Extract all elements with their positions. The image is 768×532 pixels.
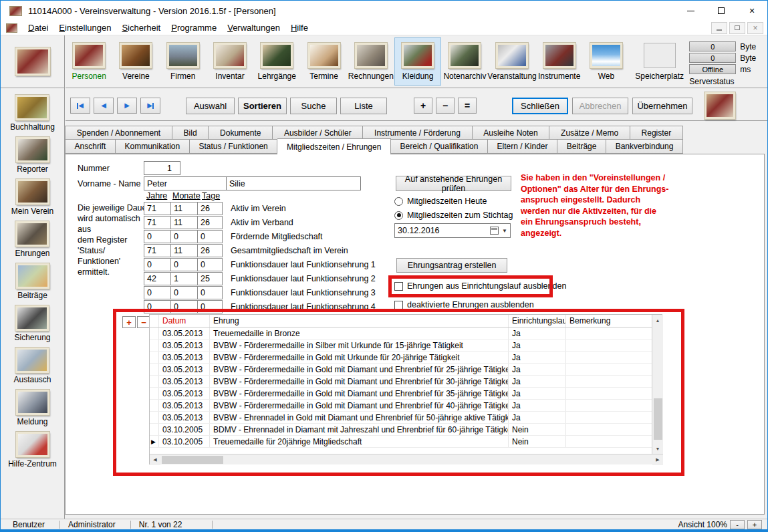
table-row[interactable]: 03.05.2013 BVBW - Förderermedaille in Go… (150, 388, 652, 400)
vertical-scroll-thumb[interactable] (654, 398, 662, 440)
col-header-einrichtungslauf[interactable]: Einrichtungslauf (509, 315, 566, 327)
sidebar-item-sicherung[interactable]: Sicherung (14, 305, 50, 342)
vertical-scrollbar[interactable]: ▲ ▼ (652, 315, 663, 454)
maximize-button[interactable] (706, 1, 737, 21)
checkbox-deaktivierte-ausblenden[interactable]: deaktivierte Ehrungen ausblenden (394, 300, 534, 309)
sidebar-item-meldung[interactable]: Meldung (16, 390, 49, 426)
menu-hilfe[interactable]: Hilfe (285, 21, 313, 35)
table-row[interactable]: 03.05.2013 BVBW - Ehrennadel in Gold mit… (150, 412, 652, 424)
sidebar-item-hilfe-zentrum[interactable]: Hilfe-Zentrum (8, 432, 57, 469)
tage-cell[interactable]: 0 (197, 300, 223, 313)
scroll-right-icon[interactable]: ▶ (652, 454, 663, 465)
toolbar-item-firmen[interactable]: Firmen (160, 37, 207, 81)
menu-programme[interactable]: Programme (166, 21, 222, 35)
jahre-cell[interactable]: 42 (144, 272, 171, 285)
abbrechen-button[interactable]: Abbrechen (572, 98, 628, 114)
toolbar-item-lehrgaenge[interactable]: Lehrgänge (253, 37, 300, 81)
tab-register[interactable]: Register (630, 126, 683, 140)
tab-dokumente[interactable]: Dokumente (209, 126, 273, 140)
zoom-out-button[interactable]: - (730, 520, 745, 529)
menu-sicherheit[interactable]: Sicherheit (116, 21, 166, 35)
table-row[interactable]: 03.05.2013 Treuemedaille in Bronze Ja (150, 327, 652, 340)
table-remove-button[interactable]: − (137, 316, 150, 328)
jahre-cell[interactable]: 71 (144, 216, 171, 229)
liste-button[interactable]: Liste (340, 98, 387, 114)
tage-cell[interactable]: 26 (197, 202, 223, 215)
tab-mitgliedszeiten-ehrungen[interactable]: Mitgliedszeiten / Ehrungen (277, 138, 391, 154)
scroll-left-icon[interactable]: ◀ (150, 454, 160, 465)
last-record-button[interactable]: ▶ (140, 98, 160, 114)
scroll-up-icon[interactable]: ▲ (652, 315, 663, 325)
sidebar-item-beitraege[interactable]: Beiträge (16, 263, 49, 300)
jahre-cell[interactable]: 0 (144, 230, 171, 243)
table-row[interactable]: 03.05.2013 BVBW - Förderermedaille in Go… (150, 364, 652, 376)
toolbar-item-personen[interactable]: Personen (66, 37, 112, 81)
table-row[interactable]: 03.05.2013 BVBW - Förderermedaille in Si… (150, 340, 652, 352)
menu-einstellungen[interactable]: Einstellungen (53, 21, 116, 35)
sidebar-item-buchhaltung[interactable]: Buchhaltung (10, 95, 55, 132)
tab-spenden-abonnement[interactable]: Spenden / Abonnement (65, 126, 172, 140)
monate-cell[interactable]: 11 (170, 244, 198, 257)
col-header-datum[interactable]: Datum (159, 315, 210, 327)
prev-record-button[interactable]: ◀ (94, 98, 114, 114)
toolbar-item-notenarchiv[interactable]: Notenarchiv (441, 37, 488, 81)
tage-cell[interactable]: 0 (197, 286, 223, 299)
vorname-field[interactable]: Peter (144, 176, 227, 190)
horizontal-scrollbar[interactable]: ◀ ▶ (150, 454, 663, 464)
sidebar-item-ehrungen[interactable]: Ehrungen (15, 221, 49, 258)
col-header-bemerkung[interactable]: Bemerkung (566, 315, 652, 327)
horizontal-scroll-thumb[interactable] (162, 456, 223, 464)
toolbar-item-termine[interactable]: Termine (300, 37, 347, 81)
sidebar-personen-photo[interactable] (1, 35, 64, 88)
tage-cell[interactable]: 0 (197, 230, 223, 243)
jahre-cell[interactable]: 71 (144, 202, 171, 215)
close-button[interactable]: × (737, 1, 767, 21)
table-row[interactable]: 03.05.2013 BVBW - Förderermedaille in Go… (150, 352, 652, 364)
toolbar-item-veranstaltung[interactable]: Veranstaltung (489, 37, 536, 81)
nachname-field[interactable]: Silie (226, 176, 361, 190)
toolbar-item-kleidung[interactable]: Kleidung (394, 37, 441, 86)
monate-cell[interactable]: 0 (170, 300, 198, 313)
zoom-in-button[interactable]: + (747, 520, 762, 529)
tab-zusaetze-memo[interactable]: Zusätze / Memo (549, 126, 630, 140)
first-record-button[interactable]: ◀ (70, 98, 90, 114)
tab-bereich-qualifikation[interactable]: Bereich / Qualifikation (391, 140, 488, 154)
jahre-cell[interactable]: 0 (144, 300, 171, 313)
mdi-close-button[interactable]: × (747, 22, 763, 34)
nummer-field[interactable]: 1 (144, 161, 180, 175)
toolbar-item-instrumente[interactable]: Instrumente (536, 37, 583, 81)
minimize-button[interactable] (675, 1, 706, 21)
tab-eltern-kinder[interactable]: Eltern / Kinder (488, 140, 557, 154)
tab-anschrift[interactable]: Anschrift (65, 140, 116, 154)
mdi-minimize-button[interactable] (711, 22, 727, 34)
ehrungsantrag-button[interactable]: Ehrungsantrag erstellen (396, 258, 507, 273)
menu-datei[interactable]: Datei (23, 21, 53, 35)
stichtag-date-field[interactable]: 30.12.2016 ▼ (394, 223, 511, 238)
auswahl-button[interactable]: Auswahl (186, 98, 235, 114)
sidebar-item-mein-verein[interactable]: Mein Verein (11, 179, 53, 216)
tab-ausleihe-noten[interactable]: Ausleihe Noten (473, 126, 550, 140)
tage-cell[interactable]: 25 (197, 272, 223, 285)
tab-bankverbindung[interactable]: Bankverbindung (606, 140, 683, 154)
next-record-button[interactable]: ▶ (117, 98, 137, 114)
uebernehmen-button[interactable]: Übernehmen (632, 98, 692, 114)
radio-mitgliedszeiten-heute[interactable]: Mitgliedszeiten Heute (394, 196, 487, 206)
monate-cell[interactable]: 11 (170, 216, 198, 229)
table-row[interactable]: 03.10.2005 BDMV - Ehrennadel in Diamant … (150, 424, 652, 436)
monate-cell[interactable]: 0 (170, 258, 198, 271)
menu-verwaltungen[interactable]: Verwaltungen (222, 21, 285, 35)
table-add-button[interactable]: + (122, 316, 136, 328)
add-record-button[interactable]: + (414, 98, 432, 114)
tage-cell[interactable]: 26 (197, 244, 223, 257)
tab-ausbilder-schueler[interactable]: Ausbilder / Schüler (273, 126, 363, 140)
toolbar-item-web[interactable]: Web (583, 37, 630, 81)
ehrungen-pruefen-button[interactable]: Auf anstehende Ehrungen prüfen (396, 176, 511, 191)
schliessen-button[interactable]: Schließen (512, 98, 568, 114)
mdi-restore-button[interactable] (729, 22, 745, 34)
toolbar-item-vereine[interactable]: Vereine (112, 37, 159, 81)
tab-status-funktionen[interactable]: Status / Funktionen (190, 140, 278, 154)
toolbar-item-inventar[interactable]: Inventar (207, 37, 253, 81)
tab-instrumente-foerderung[interactable]: Instrumente / Förderung (363, 126, 472, 140)
sidebar-item-reporter[interactable]: Reporter (16, 137, 49, 174)
table-row-current[interactable]: ▶ 03.10.2005 Treuemedaille für 20jährige… (150, 436, 652, 448)
